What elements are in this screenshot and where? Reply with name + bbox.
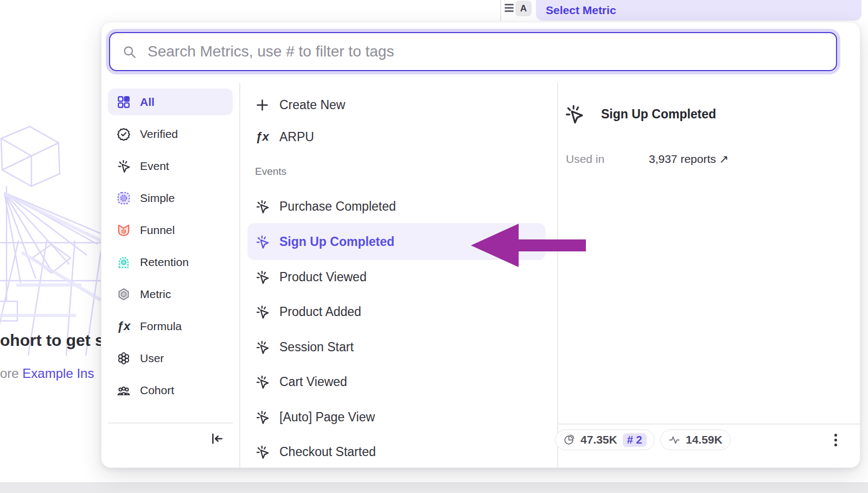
- list-item-arpu[interactable]: ƒx ARPU: [247, 126, 546, 148]
- app-page: ohort to get s ore Example Ins A Select …: [0, 0, 868, 493]
- sidebar-item-label: Funnel: [140, 224, 175, 237]
- search-icon: [122, 45, 137, 59]
- sidebar-item-label: Retention: [140, 256, 189, 269]
- event-icon: [564, 104, 584, 124]
- example-insights-link[interactable]: Example Ins: [22, 366, 94, 381]
- sidebar-item-verified[interactable]: Verified: [108, 121, 233, 147]
- search-input[interactable]: [148, 43, 824, 60]
- list-item-label: Checkout Started: [279, 445, 376, 459]
- report-count-badge[interactable]: 47.35K # 2: [555, 429, 655, 450]
- event-icon: [255, 235, 270, 249]
- select-metric-label: Select Metric: [546, 4, 616, 17]
- create-new-label: Create New: [279, 98, 345, 112]
- collapse-sidebar-button[interactable]: [208, 429, 226, 448]
- panel-divider: [500, 0, 501, 21]
- sidebar-item-label: Verified: [140, 128, 178, 141]
- sidebar-item-funnel[interactable]: Funnel: [108, 217, 233, 243]
- sidebar-item-formula[interactable]: ƒx Formula: [108, 313, 233, 339]
- formula-fx-icon: ƒx: [117, 319, 131, 333]
- list-item-purchase-completed[interactable]: Purchase Completed: [247, 195, 546, 217]
- list-item-label: Product Added: [279, 305, 361, 319]
- event-icon: [255, 375, 270, 389]
- metric-hexagon-icon: [117, 287, 131, 301]
- sidebar-item-user[interactable]: User: [108, 345, 233, 371]
- verified-badge-icon: [117, 127, 131, 141]
- sidebar-item-label: Metric: [140, 288, 171, 301]
- volume-badge[interactable]: 14.59K: [660, 429, 731, 450]
- sidebar-item-retention[interactable]: Retention: [108, 249, 233, 275]
- sidebar-item-cohort[interactable]: Cohort: [108, 377, 233, 403]
- grid-all-icon: [117, 95, 131, 109]
- sidebar-item-label: Formula: [140, 320, 182, 333]
- more-options-button[interactable]: [826, 431, 845, 449]
- sidebar-item-all[interactable]: All: [108, 89, 233, 115]
- events-section-header: Events: [255, 166, 286, 178]
- list-item-label: Sign Up Completed: [279, 235, 394, 249]
- event-icon: [255, 340, 270, 355]
- event-cursor-icon: [117, 159, 131, 173]
- detail-header: Sign Up Completed: [564, 104, 716, 124]
- sidebar-item-metric[interactable]: Metric: [108, 281, 233, 307]
- sidebar-item-label: Cohort: [140, 384, 174, 397]
- sidebar-item-event[interactable]: Event: [108, 153, 233, 179]
- list-item-product-added[interactable]: Product Added: [247, 301, 546, 323]
- list-item-product-viewed[interactable]: Product Viewed: [247, 266, 546, 288]
- event-icon: [255, 445, 270, 459]
- list-item-label: Cart Viewed: [279, 375, 347, 389]
- sidebar-list-divider: [239, 83, 240, 467]
- sidebar-item-simple[interactable]: Simple: [108, 185, 233, 211]
- sidebar-item-label: User: [140, 352, 164, 365]
- plus-icon: [255, 98, 270, 112]
- event-icon: [255, 305, 270, 319]
- user-cluster-icon: [117, 351, 131, 365]
- list-item-label: Purchase Completed: [279, 199, 396, 214]
- list-item-label: Product Viewed: [279, 270, 367, 285]
- used-in-reports-link[interactable]: 3,937 reports ↗: [649, 153, 729, 166]
- list-item-auto-page-view[interactable]: [Auto] Page View: [247, 406, 546, 428]
- series-a-badge: A: [515, 1, 532, 16]
- list-item-checkout-started[interactable]: Checkout Started: [247, 441, 546, 463]
- pulse-icon: [668, 434, 680, 446]
- detail-bottom-divider: [557, 424, 861, 425]
- metric-search-box[interactable]: [109, 32, 837, 71]
- event-icon: [255, 410, 270, 425]
- list-item-label: Session Start: [279, 340, 354, 355]
- sidebar-item-label: Simple: [140, 192, 175, 205]
- pie-chart-icon: [563, 434, 575, 446]
- cohort-people-icon: [117, 383, 131, 397]
- used-in-label: Used in: [566, 153, 604, 166]
- background-link-prefix: ore: [0, 366, 19, 381]
- list-item-session-start[interactable]: Session Start: [247, 336, 546, 358]
- background-heading-fragment: ohort to get s: [0, 331, 101, 350]
- collapse-left-icon: [209, 431, 225, 446]
- formula-fx-icon: ƒx: [255, 130, 270, 144]
- sidebar-bottom-divider: [108, 422, 233, 424]
- wireframe-illustration: [0, 122, 101, 356]
- rank-chip: # 2: [623, 433, 647, 447]
- detail-title: Sign Up Completed: [601, 107, 716, 122]
- list-item-label: ARPU: [279, 130, 314, 144]
- retention-icon: [117, 255, 131, 269]
- drag-handle-icon[interactable]: [505, 4, 514, 12]
- badge-value: 47.35K: [580, 433, 617, 446]
- annotation-arrow-icon: [470, 223, 587, 268]
- select-metric-field[interactable]: Select Metric: [536, 0, 861, 21]
- badge-value: 14.59K: [686, 433, 723, 446]
- kebab-icon: [834, 434, 837, 437]
- sidebar-item-label: All: [140, 96, 155, 109]
- sidebar-item-label: Event: [140, 160, 169, 173]
- window-bottom-strip: [0, 482, 868, 493]
- funnel-icon: [117, 223, 131, 237]
- event-icon: [255, 199, 270, 214]
- list-detail-divider: [557, 83, 558, 467]
- create-new-button[interactable]: Create New: [247, 94, 546, 116]
- list-item-cart-viewed[interactable]: Cart Viewed: [247, 371, 546, 393]
- list-item-label: [Auto] Page View: [279, 410, 375, 425]
- simple-metric-icon: [117, 191, 131, 205]
- background-link-line: ore Example Ins: [0, 366, 101, 381]
- event-icon: [255, 270, 270, 285]
